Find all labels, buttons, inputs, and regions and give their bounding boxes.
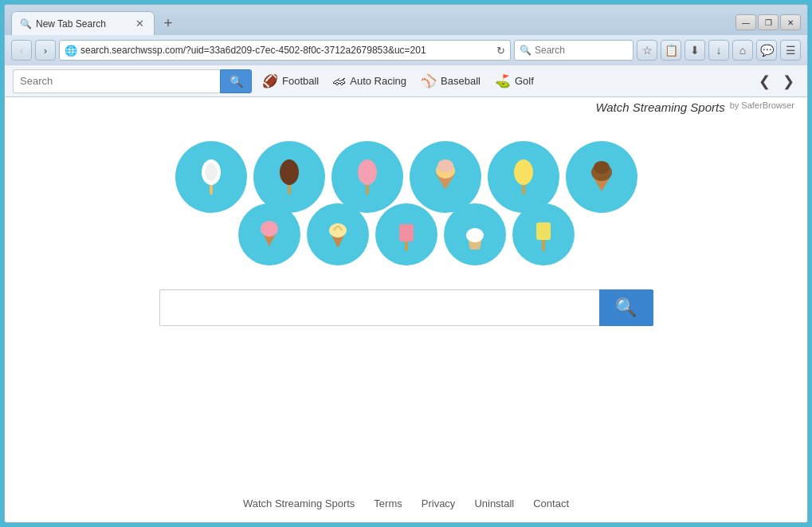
nav-bar: ‹ › 🌐 ↻ 🔍 ☆ 📋 ⬇ ↓ ⌂ 💬 ☰: [5, 35, 807, 65]
back-button[interactable]: ‹: [11, 40, 32, 61]
close-window-button[interactable]: ✕: [780, 14, 801, 30]
address-input[interactable]: [80, 45, 493, 56]
ice-cream-row-2: [238, 203, 575, 265]
home-icon[interactable]: ⌂: [732, 40, 753, 61]
golf-icon: ⛳: [495, 73, 511, 88]
toolbar-nav-buttons: ❮ ❯: [753, 70, 799, 92]
svg-point-11: [514, 159, 533, 185]
baseball-icon: ⚾: [421, 73, 437, 88]
pocket-icon[interactable]: ⬇: [685, 40, 705, 61]
svg-point-6: [358, 159, 377, 185]
page-footer: Watch Streaming Sports Terms Privacy Uni…: [5, 498, 807, 509]
golf-label: Golf: [515, 75, 534, 87]
toolbar-search-button[interactable]: 🔍: [220, 69, 252, 93]
baseball-link[interactable]: ⚾ Baseball: [417, 72, 484, 90]
auto-racing-label: Auto Racing: [350, 75, 406, 87]
ice-cream-3: [331, 141, 403, 213]
ice-cream-10: [444, 203, 506, 265]
main-search-bar[interactable]: 🔍: [159, 289, 653, 326]
main-search-button[interactable]: 🔍: [599, 289, 653, 326]
new-tab-button[interactable]: +: [158, 13, 178, 33]
svg-rect-19: [405, 240, 408, 251]
main-content-section: 🔍: [5, 117, 807, 522]
svg-point-2: [205, 163, 218, 181]
main-search-icon: 🔍: [615, 297, 637, 318]
ice-cream-9: [375, 203, 437, 265]
svg-point-14: [594, 161, 610, 174]
ice-cream-4: [410, 141, 481, 213]
svg-rect-20: [399, 224, 414, 242]
footer-link-watch[interactable]: Watch Streaming Sports: [243, 498, 355, 509]
forward-button[interactable]: ›: [35, 40, 56, 61]
reading-list-icon[interactable]: 📋: [661, 40, 681, 61]
back-icon: ‹: [20, 45, 23, 57]
content-area: 🔍 Watch Streaming Sports Terms Privacy U…: [5, 117, 807, 522]
browser-outer: 🔍 New Tab Search ✕ + — ❐ ✕ ‹ › 🌐 ↻: [0, 0, 812, 527]
svg-rect-22: [542, 238, 545, 251]
maximize-button[interactable]: ❐: [758, 14, 779, 30]
tab-close-button[interactable]: ✕: [133, 18, 146, 30]
ice-cream-11: [512, 203, 575, 265]
toolbar-search-icon: 🔍: [229, 75, 243, 88]
footer-link-terms[interactable]: Terms: [374, 498, 402, 509]
svg-point-9: [437, 159, 453, 172]
main-search-input[interactable]: [159, 289, 599, 326]
ice-cream-7: [238, 203, 300, 265]
toolbar-prev-button[interactable]: ❮: [753, 70, 775, 92]
browser-search-container[interactable]: 🔍: [514, 40, 634, 61]
search-icon: 🔍: [520, 45, 532, 56]
menu-icon[interactable]: ☰: [780, 40, 801, 61]
ice-cream-row-1: [175, 141, 637, 213]
ice-cream-2: [253, 141, 325, 213]
ice-cream-display: [175, 141, 637, 265]
football-label: Football: [282, 75, 319, 87]
address-bar-container[interactable]: 🌐 ↻: [59, 40, 511, 61]
tab-title: New Tab Search: [36, 18, 106, 29]
globe-icon: 🌐: [65, 45, 77, 57]
ice-cream-8: [307, 203, 369, 265]
ice-cream-6: [566, 141, 637, 213]
branding-title: Watch Streaming Sports: [595, 100, 724, 114]
bookmark-icon[interactable]: ☆: [637, 40, 657, 61]
svg-point-16: [261, 221, 278, 237]
branding-bar: Watch Streaming Sports by SaferBrowser: [5, 97, 807, 117]
tab-bar: 🔍 New Tab Search ✕ + — ❐ ✕: [5, 5, 807, 35]
ice-cream-5: [488, 141, 559, 213]
svg-rect-23: [536, 222, 551, 240]
toolbar-next-button[interactable]: ❯: [777, 70, 799, 92]
active-tab[interactable]: 🔍 New Tab Search ✕: [11, 11, 155, 35]
svg-point-18: [329, 223, 347, 238]
svg-point-21: [466, 228, 484, 242]
footer-link-privacy[interactable]: Privacy: [422, 498, 456, 509]
footer-link-uninstall[interactable]: Uninstall: [474, 498, 514, 509]
tab-favicon-icon: 🔍: [20, 18, 31, 29]
auto-racing-icon: 🏎: [333, 74, 346, 88]
golf-link[interactable]: ⛳ Golf: [491, 72, 538, 90]
svg-point-4: [280, 159, 299, 185]
toolbar-search-container[interactable]: 🔍: [13, 69, 252, 93]
window-controls: — ❐ ✕: [736, 14, 801, 30]
auto-racing-link[interactable]: 🏎 Auto Racing: [329, 73, 410, 90]
football-icon: 🏈: [262, 73, 278, 88]
football-link[interactable]: 🏈 Football: [258, 72, 323, 90]
forward-icon: ›: [44, 45, 47, 57]
ice-cream-1: [175, 141, 247, 213]
minimize-button[interactable]: —: [736, 14, 756, 30]
baseball-label: Baseball: [441, 75, 481, 87]
chat-icon[interactable]: 💬: [756, 40, 777, 61]
toolbar-search-input[interactable]: [13, 69, 220, 93]
browser-window: 🔍 New Tab Search ✕ + — ❐ ✕ ‹ › 🌐 ↻: [4, 4, 808, 523]
toolbar: 🔍 🏈 Football 🏎 Auto Racing ⚾ Baseball ⛳ …: [5, 65, 807, 97]
refresh-button[interactable]: ↻: [496, 45, 505, 57]
footer-link-contact[interactable]: Contact: [533, 498, 569, 509]
branding-subtitle: by SaferBrowser: [730, 100, 794, 114]
download-icon[interactable]: ↓: [708, 40, 729, 61]
